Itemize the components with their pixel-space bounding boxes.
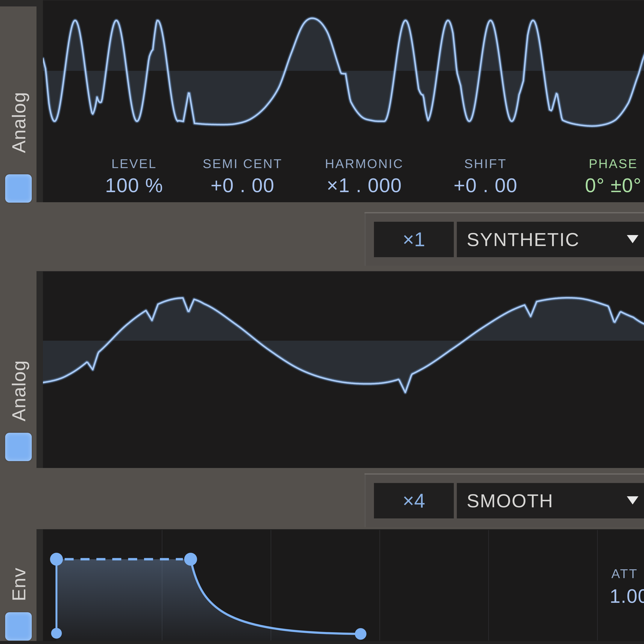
param-harmonic-1: HARMONIC ×1 . 000 [325,156,404,197]
oscillator-waveform-display-2[interactable]: LEVEL 100 % SEMI CENT +0 . 00 HARMONIC ×… [43,271,644,468]
envelope-graph [43,529,644,641]
mode-dropdown-label-2: SMOOTH [467,490,553,512]
param-label: PHASE [585,156,642,171]
envelope-editor[interactable] [43,529,644,641]
module-enable-checkbox-analog-2[interactable] [5,433,32,461]
module-enable-checkbox-env[interactable] [5,612,32,641]
param-shift-1: SHIFT +0 . 00 [454,156,518,197]
param-level-1: LEVEL 100 % [105,156,163,197]
top-left-spacer [0,0,36,6]
module-enable-checkbox-analog-1[interactable] [5,174,32,203]
param-label: SEMI CENT [203,156,283,171]
param-label: HARMONIC [325,156,404,171]
bottom-edge-bar [0,641,644,644]
wave-mode-bar-2: ×4 SMOOTH [365,473,644,527]
param-semi-cent-1: SEMI CENT +0 . 00 [203,156,283,197]
param-label: LEVEL [105,156,163,171]
multiplier-button-1[interactable]: ×1 [374,222,454,257]
sidebar-divider-3 [36,529,43,641]
module-title-analog-1: Analog [8,92,30,153]
env-attack-label: ATT [611,566,638,581]
param-phase-1: PHASE 0° ±0° [585,156,642,197]
param-value[interactable]: ×1 . 000 [325,174,404,197]
oscillator-waveform-display-1[interactable]: LEVEL 100 % SEMI CENT +0 . 00 HARMONIC ×… [43,0,644,202]
mode-dropdown-2[interactable]: SMOOTH [457,483,644,518]
sidebar-divider-1 [36,0,43,202]
module-title-analog-2: Analog [8,360,30,421]
chevron-down-icon [627,235,638,243]
waveform-graph-2 [43,271,644,468]
mode-dropdown-label-1: SYNTHETIC [467,229,580,251]
mode-dropdown-1[interactable]: SYNTHETIC [457,222,644,257]
param-label: SHIFT [454,156,518,171]
chevron-down-icon [627,496,638,504]
module-title-env: Env [8,567,30,601]
param-value[interactable]: 0° ±0° [585,174,642,197]
param-value[interactable]: 100 % [105,174,163,197]
sidebar-divider-2 [36,271,43,468]
multiplier-button-2[interactable]: ×4 [374,483,454,518]
wave-mode-bar-1: ×1 SYNTHETIC [365,212,644,266]
param-value[interactable]: +0 . 00 [454,174,518,197]
param-value[interactable]: +0 . 00 [203,174,283,197]
env-attack-value[interactable]: 1.00 [610,585,644,607]
